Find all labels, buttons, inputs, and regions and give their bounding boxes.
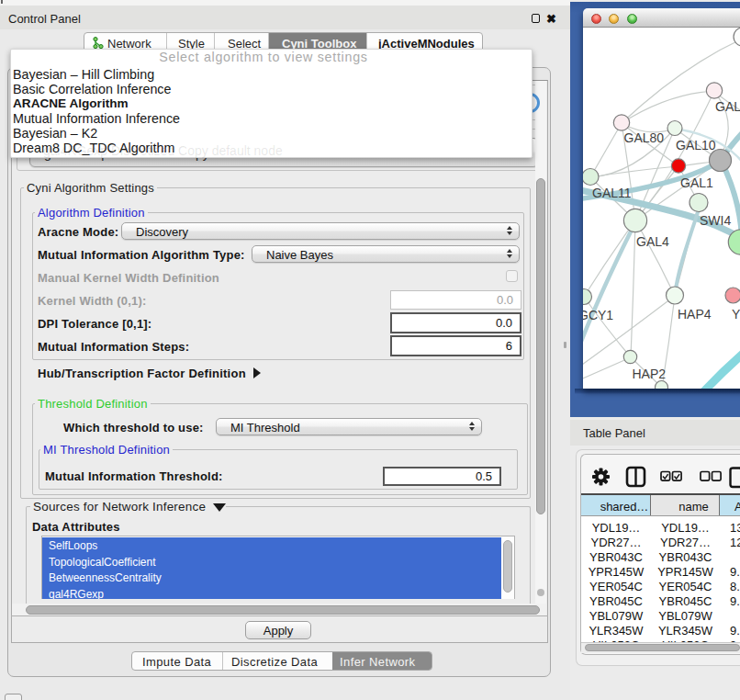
svg-text:Y: Y [732,307,740,322]
svg-text:GCY1: GCY1 [583,308,613,322]
svg-text:SWI4: SWI4 [700,213,731,228]
svg-text:HAP2: HAP2 [633,367,667,381]
svg-text:GAL10: GAL10 [676,138,716,152]
svg-text:GAL7: GAL7 [715,99,740,114]
svg-text:HAP4: HAP4 [678,307,712,322]
svg-text:GAL80: GAL80 [624,130,665,145]
svg-text:GAL11: GAL11 [592,186,632,200]
svg-text:GAL1: GAL1 [680,175,713,190]
svg-text:GAL4: GAL4 [636,234,669,249]
